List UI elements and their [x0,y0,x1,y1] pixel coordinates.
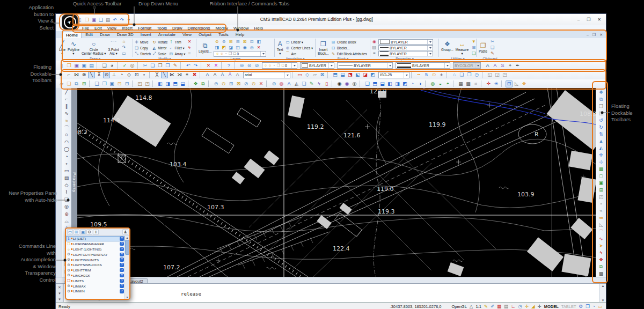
draw-order-1-icon[interactable]: ◧ [157,80,164,87]
menu-help[interactable]: Help [251,26,265,31]
move-button[interactable]: ✛Move [134,39,151,45]
arc-red-icon[interactable]: ⌒ [597,229,605,236]
text-single-icon[interactable]: A [204,71,211,78]
menu-view[interactable]: View [105,26,119,31]
paste-button[interactable]: ❐Paste [478,42,488,53]
layer-isolate-icon[interactable]: ◧ [255,39,262,45]
trim-button[interactable]: ⊺Trim [169,39,186,45]
freehand-icon[interactable]: ≈ [63,117,70,124]
layer-thaw-icon[interactable]: ⊟ [235,39,241,45]
line-button[interactable]: ╱Line▾ [58,41,67,55]
dim-angular-icon[interactable]: ⬔ [347,71,354,78]
view-named-icon[interactable]: ❐ [466,71,473,78]
redo-view-icon[interactable]: ↻ [597,124,605,131]
ribbon-tab-draw[interactable]: Draw [97,32,113,38]
snap-endpoint-icon[interactable]: ⊼ [96,71,103,78]
multiline-icon[interactable]: ▤ [63,175,70,182]
menu-tools[interactable]: Tools [154,26,170,31]
hatch-icon[interactable]: ▭ [296,71,303,78]
cut-icon[interactable]: ✂ [489,39,495,45]
block-4-icon[interactable]: ⊡ [116,80,123,87]
menu-file[interactable]: File [79,26,92,31]
polyline-button[interactable]: ∿Polyline▾ [67,41,80,55]
view-cube-4-icon[interactable]: ◧ [386,80,393,87]
xref-attach-icon[interactable]: ⊞ [80,80,87,87]
rectangle-icon[interactable]: ▭ [63,167,70,174]
view-cube-1-icon[interactable]: ❑ [364,80,371,87]
draw-order-4-icon[interactable]: ⬓ [179,80,186,87]
snap-quadrant-icon[interactable]: ◇ [126,71,133,78]
erase-icon[interactable]: ✕ [186,39,192,45]
arrow-orange-icon[interactable]: ➤ [597,242,605,249]
cmd-down2-button[interactable]: ▾ [58,297,61,301]
suggestion-lilist[interactable]: ℹLI (LIST)? [66,236,125,241]
doc-restore-button[interactable]: ❐ [592,33,596,37]
layer-freeze-icon[interactable]: ⊞ [228,39,234,45]
etrack-icon[interactable]: ◢ [531,303,535,309]
suggestion-limits[interactable]: ❒LIMITS? [66,278,125,283]
dim-aligned-icon[interactable]: ⬓ [339,71,346,78]
draw-order-2-icon[interactable]: ◨ [164,80,171,87]
gradient-icon[interactable]: ◇ [304,71,311,78]
array-button[interactable]: ⊞Array ▾ [169,51,186,56]
layer-tool-1-icon[interactable]: ⊜ [213,80,219,87]
dim-diameter-icon[interactable]: ◪ [362,71,369,78]
table-style-icon[interactable]: S [499,62,506,69]
stretch-button[interactable]: ⤡Stretch [134,51,151,56]
customize-qat-icon[interactable]: ▾ [126,17,132,23]
preview-icon[interactable]: ▤ [105,17,111,23]
help-icon[interactable]: ? [225,62,232,69]
ghost-icon[interactable]: ▫ [597,201,605,208]
dim-center-icon[interactable]: ⊙ [430,71,437,78]
swap-icon[interactable]: ⇅ [597,131,605,138]
mirror-tri-icon[interactable]: ◭ [597,145,605,152]
export-icon[interactable]: ▤ [88,62,95,69]
layer-tool-5-icon[interactable]: ⊘ [243,80,250,87]
snap-node-icon[interactable]: ∘ [141,71,148,78]
linear-dim-button[interactable]: ▭Linear ▾ [286,39,313,45]
snap-tracking-icon[interactable]: · [58,71,65,78]
erase-icon[interactable]: ✕ [205,62,212,69]
break-icon[interactable]: ⌁ [597,208,605,215]
suggestion-lightsinblocks[interactable]: ⚙LIGHTSINBLOCKS? [66,262,125,268]
settings-icon[interactable]: ⚙ [86,229,92,235]
restore-button[interactable]: ❐ [587,17,590,22]
diamond-tool-icon[interactable]: ❖ [521,80,528,87]
snap-apparent-int-icon[interactable]: ⊗ [80,71,87,78]
lock-icon[interactable]: ▫ [224,51,228,56]
eye-2-icon[interactable]: ◉ [343,80,350,87]
layer-delete-icon[interactable]: ✕ [255,45,262,50]
block-5-icon[interactable]: ⊟ [123,80,130,87]
plot-icon[interactable]: ❑ [98,17,104,23]
layer-delete-icon[interactable]: ✕ [258,80,265,87]
status-opengl[interactable]: OpenGL [451,304,466,309]
layer-cur-icon[interactable]: ◪ [228,45,234,50]
table-3-icon[interactable]: ⌗ [472,80,479,87]
spelling-icon[interactable]: ✓ [121,62,128,69]
copy-icon[interactable]: ❏ [149,62,156,69]
line-icon[interactable]: ╱ [63,89,70,95]
ellipse-icon[interactable]: ◔ [63,153,70,160]
style-2-icon[interactable]: ◍ [278,80,285,87]
ribbon-tab-draw-3d[interactable]: Draw 3D [114,32,137,38]
status-model[interactable]: MODEL [544,304,559,309]
command-scrollbar[interactable]: ▲▼ [599,284,606,303]
group-button[interactable]: ❖Group... [440,41,455,55]
offset-icon[interactable]: ◫ [597,110,605,117]
paste-icon[interactable]: ❐ [597,103,605,110]
snap-mid-between-icon[interactable]: ⋈ [73,71,80,78]
polar-icon[interactable]: ◷ [518,303,522,309]
help-badge-icon[interactable]: ? [120,242,124,246]
cut-icon[interactable]: ✂ [142,62,149,69]
copy-clip-icon[interactable]: ❏ [489,45,495,50]
solid-icon[interactable]: ⊛ [63,211,70,218]
refresh-icon[interactable]: ◔ [592,303,595,309]
ucs-2-icon[interactable]: ◲ [494,71,501,78]
dim-break-icon[interactable]: ╍ [415,71,422,78]
print-icon[interactable]: ❑ [101,62,108,69]
annotation-scale-icon[interactable]: △ [470,303,473,309]
help-badge-icon[interactable]: ? [120,263,124,267]
layers-manager-button[interactable]: ⧉Layers... [197,42,213,53]
popup-scrollbar[interactable]: ▲ ▼ [125,236,129,299]
rectangle-icon[interactable]: ▭ [121,51,127,56]
